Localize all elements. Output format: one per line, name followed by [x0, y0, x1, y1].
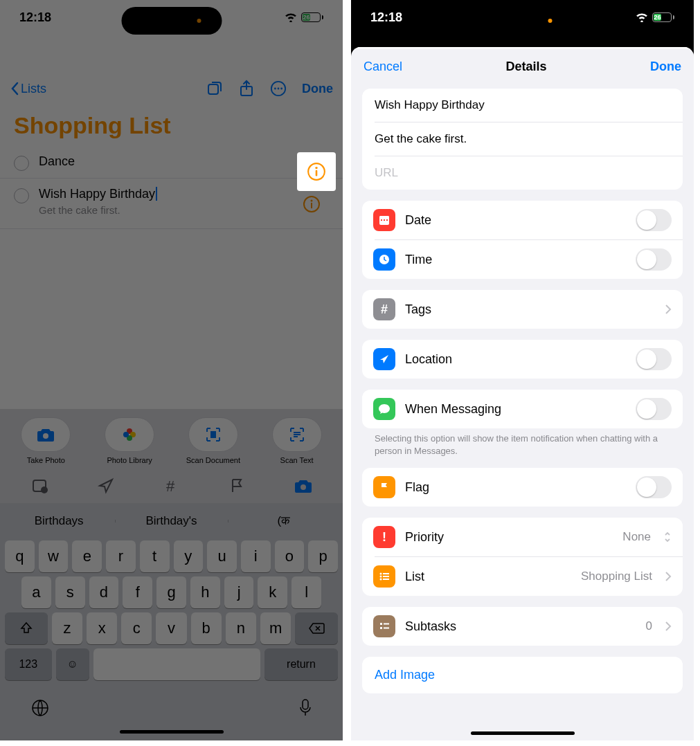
messaging-card: When Messaging — [362, 390, 683, 428]
dim-overlay — [0, 0, 343, 740]
list-icon — [373, 565, 395, 588]
flag-card: Flag — [362, 468, 683, 507]
calendar-icon — [373, 209, 395, 231]
svg-rect-38 — [380, 627, 382, 629]
svg-rect-37 — [384, 624, 389, 625]
date-toggle[interactable] — [636, 209, 672, 231]
subtasks-row[interactable]: Subtasks 0 — [362, 607, 683, 646]
svg-rect-28 — [386, 219, 388, 221]
svg-rect-25 — [379, 216, 389, 219]
title-field[interactable]: Wish Happy Birthday — [362, 89, 683, 122]
priority-icon: ! — [373, 526, 395, 548]
messaging-toggle[interactable] — [636, 398, 672, 420]
svg-rect-39 — [384, 628, 389, 629]
time-toggle[interactable] — [636, 248, 672, 271]
svg-point-32 — [380, 576, 382, 578]
svg-rect-36 — [380, 623, 382, 625]
date-row[interactable]: Date — [362, 201, 683, 239]
cancel-button[interactable]: Cancel — [364, 60, 402, 74]
hash-icon: # — [373, 298, 395, 320]
messaging-row[interactable]: When Messaging — [362, 390, 683, 428]
add-image-button[interactable]: Add Image — [362, 657, 683, 693]
wifi-icon — [636, 12, 648, 22]
svg-rect-23 — [316, 170, 318, 176]
phone-right: 12:18 26 Cancel Details Done Wish Happy … — [351, 0, 694, 740]
time-row[interactable]: Time — [362, 240, 683, 279]
flag-toggle[interactable] — [636, 476, 672, 498]
message-icon — [373, 398, 395, 420]
flag-icon — [373, 476, 395, 498]
location-icon — [373, 348, 395, 370]
svg-rect-26 — [381, 219, 382, 221]
done-button[interactable]: Done — [650, 60, 681, 74]
status-time: 12:18 — [370, 10, 402, 25]
add-image-card: Add Image — [362, 657, 683, 693]
flag-row[interactable]: Flag — [362, 468, 683, 507]
url-field[interactable]: URL — [362, 156, 683, 190]
messaging-footer: Selecting this option will show the item… — [362, 428, 683, 457]
battery-icon: 26 — [652, 12, 674, 22]
subtasks-icon — [373, 615, 395, 637]
info-icon — [307, 162, 326, 181]
details-sheet: Cancel Details Done Wish Happy Birthday … — [351, 47, 694, 740]
list-row[interactable]: List Shopping List — [362, 557, 683, 596]
sheet-title: Details — [506, 60, 547, 74]
info-button-highlight[interactable] — [297, 152, 336, 191]
svg-rect-33 — [383, 576, 389, 577]
dynamic-island — [472, 7, 573, 35]
svg-point-34 — [380, 579, 382, 581]
notes-field[interactable]: Get the cake first. — [362, 122, 683, 156]
priority-row[interactable]: ! Priority None — [362, 518, 683, 556]
updown-icon — [663, 531, 672, 543]
phone-left: 12:18 26 Lists Done Shopping List — [0, 0, 343, 740]
location-row[interactable]: Location — [362, 340, 683, 379]
location-card: Location — [362, 340, 683, 379]
priority-list-card: ! Priority None List Shopping List — [362, 518, 683, 596]
svg-point-22 — [315, 167, 317, 169]
svg-point-30 — [380, 573, 382, 575]
chevron-right-icon — [665, 304, 672, 315]
chevron-right-icon — [665, 571, 672, 582]
tags-card: # Tags — [362, 290, 683, 329]
home-indicator[interactable] — [471, 731, 575, 735]
location-toggle[interactable] — [636, 348, 672, 370]
title-card: Wish Happy Birthday Get the cake first. … — [362, 89, 683, 190]
chevron-right-icon — [665, 621, 672, 632]
tags-row[interactable]: # Tags — [362, 290, 683, 329]
svg-rect-27 — [384, 219, 385, 221]
recording-indicator-icon — [548, 19, 552, 23]
sheet-nav: Cancel Details Done — [351, 47, 694, 86]
datetime-card: Date Time — [362, 201, 683, 279]
svg-rect-35 — [383, 579, 389, 580]
clock-icon — [373, 248, 395, 271]
subtasks-card: Subtasks 0 — [362, 607, 683, 646]
svg-rect-31 — [383, 573, 389, 574]
